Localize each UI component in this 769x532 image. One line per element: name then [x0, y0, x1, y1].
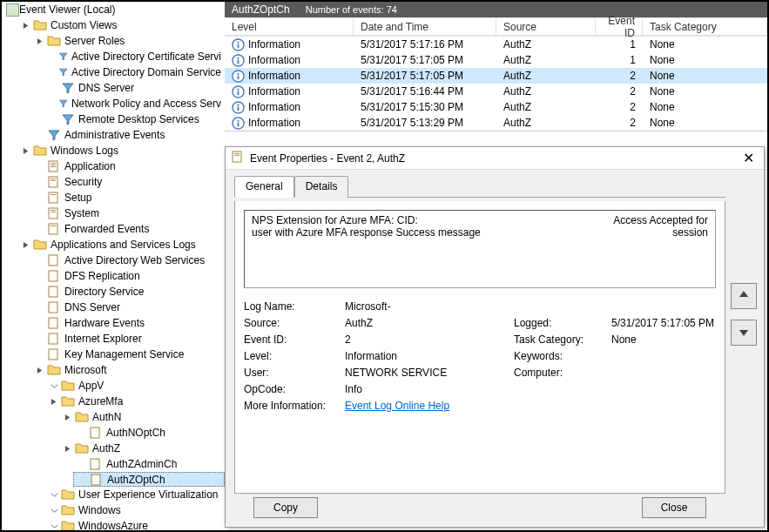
tree-item-microsoft[interactable]: Microsoft [31, 362, 225, 378]
tree-item-dns[interactable]: DNS Server [45, 80, 225, 96]
folder-icon [61, 519, 75, 530]
event-task: None [643, 70, 767, 82]
tree-item-admin-events[interactable]: Administrative Events [31, 127, 225, 143]
info-icon [232, 70, 245, 83]
event-column-header[interactable]: Level Date and Time Source Event ID Task… [225, 17, 767, 37]
collapse-toggle-icon[interactable] [49, 380, 59, 391]
svg-rect-32 [238, 72, 239, 74]
tree-label: Windows Logs [51, 145, 118, 157]
tree-item-windows-logs[interactable]: Windows Logs [17, 143, 225, 158]
tree-item-appv[interactable]: AppV [45, 378, 225, 394]
info-icon [232, 54, 245, 67]
tree-item-forwarded[interactable]: Forwarded Events [31, 221, 225, 237]
copy-button-label: Copy [273, 502, 298, 514]
tree-label: AppV [78, 380, 104, 392]
tree-item-authnopt[interactable]: AuthNOptCh [73, 425, 225, 441]
event-task: None [643, 54, 767, 66]
column-date[interactable]: Date and Time [354, 17, 496, 36]
event-date: 5/31/2017 5:15:30 PM [354, 101, 496, 113]
tree-item-winazure[interactable]: WindowsAzure [45, 518, 225, 530]
tree-item-azuremfa[interactable]: AzureMfa [45, 394, 225, 409]
expand-toggle-icon[interactable] [49, 396, 59, 407]
tree-item-custom-views[interactable]: Custom Views [17, 17, 225, 33]
event-list[interactable]: Level Date and Time Source Event ID Task… [225, 17, 767, 131]
event-source: AuthZ [496, 54, 596, 66]
tree-item-app-services-logs[interactable]: Applications and Services Logs [17, 237, 225, 253]
column-source[interactable]: Source [496, 17, 596, 36]
tree-label: AuthZ [92, 442, 120, 455]
expand-toggle-icon[interactable] [35, 365, 45, 375]
expand-toggle-icon[interactable] [21, 20, 31, 30]
event-task: None [643, 117, 767, 129]
arrow-up-icon [738, 289, 750, 304]
prev-event-button[interactable] [731, 283, 757, 309]
log-icon [47, 253, 61, 267]
tree-item-authz[interactable]: AuthZ [59, 441, 225, 456]
tab-general[interactable]: General [234, 176, 294, 198]
tree-label: Remote Desktop Services [78, 113, 199, 125]
event-date: 5/31/2017 5:13:29 PM [354, 117, 496, 129]
expand-toggle-icon[interactable] [21, 239, 31, 250]
event-row[interactable]: Information5/31/2017 5:17:05 PMAuthZ2Non… [225, 68, 767, 84]
tree-item-server-roles[interactable]: Server Roles [31, 33, 225, 49]
tree-label: Setup [64, 192, 91, 204]
tree-item-authzadmin[interactable]: AuthZAdminCh [73, 456, 225, 472]
event-viewer-tree[interactable]: Event Viewer (Local) Custom Views [2, 2, 225, 530]
column-level[interactable]: Level [225, 17, 354, 36]
column-eventid[interactable]: Event ID [596, 17, 643, 36]
tree-item-application[interactable]: Application [31, 158, 225, 174]
svg-rect-43 [234, 153, 239, 154]
tree-item-dfs[interactable]: DFS Replication [31, 268, 225, 284]
log-icon [47, 300, 61, 314]
tree-item-dirsvc[interactable]: Directory Service [31, 284, 225, 300]
expand-toggle-icon[interactable] [21, 145, 31, 156]
tree-item-authzopt[interactable]: AuthZOptCh [73, 472, 225, 487]
filter-icon [58, 97, 68, 111]
event-log-help-link[interactable]: Event Log Online Help [345, 400, 449, 412]
svg-rect-19 [49, 333, 57, 344]
event-level: Information [248, 70, 300, 82]
close-icon[interactable]: ✕ [738, 150, 759, 166]
event-date: 5/31/2017 5:17:05 PM [354, 70, 496, 82]
svg-rect-41 [238, 119, 239, 121]
collapse-toggle-icon[interactable] [49, 489, 59, 500]
tree-item-dns2[interactable]: DNS Server [31, 300, 225, 315]
expand-toggle-icon[interactable] [63, 443, 73, 454]
tree-item-windows[interactable]: Windows [45, 502, 225, 518]
tree-item-ie[interactable]: Internet Explorer [31, 331, 225, 347]
event-row[interactable]: Information5/31/2017 5:17:16 PMAuthZ1Non… [225, 37, 767, 52]
event-row[interactable]: Information5/31/2017 5:15:30 PMAuthZ2Non… [225, 99, 767, 115]
folder-icon [61, 394, 75, 408]
folder-icon [61, 379, 75, 393]
copy-button[interactable]: Copy [253, 497, 318, 518]
tree-root[interactable]: Event Viewer (Local) [3, 2, 225, 17]
tree-item-adcs[interactable]: Active Directory Certificate Servi [45, 49, 225, 64]
tree-item-setup[interactable]: Setup [31, 190, 225, 205]
column-task[interactable]: Task Category [643, 17, 767, 36]
tree-item-adws[interactable]: Active Directory Web Services [31, 253, 225, 268]
log-icon [90, 473, 104, 487]
collapse-toggle-icon[interactable] [49, 521, 59, 530]
expand-toggle-icon[interactable] [63, 412, 73, 422]
tree-label: DFS Replication [64, 270, 140, 282]
tree-item-adds[interactable]: Active Directory Domain Service [45, 64, 225, 80]
event-source: AuthZ [496, 101, 596, 113]
access-accepted-label: Access Accepted for session [613, 214, 708, 239]
svg-rect-38 [238, 104, 239, 105]
event-row[interactable]: Information5/31/2017 5:16:44 PMAuthZ2Non… [225, 84, 767, 99]
tree-item-hw[interactable]: Hardware Events [31, 315, 225, 331]
close-button[interactable]: Close [642, 497, 706, 518]
tree-item-rds[interactable]: Remote Desktop Services [45, 111, 225, 127]
tree-item-nps[interactable]: Network Policy and Access Serv [45, 96, 225, 111]
collapse-toggle-icon[interactable] [49, 505, 59, 515]
tab-details[interactable]: Details [294, 176, 349, 198]
tree-item-security[interactable]: Security [31, 174, 225, 190]
tree-item-system[interactable]: System [31, 205, 225, 221]
tree-item-authn[interactable]: AuthN [59, 409, 225, 425]
expand-toggle-icon[interactable] [35, 36, 45, 46]
event-row[interactable]: Information5/31/2017 5:13:29 PMAuthZ2Non… [225, 115, 767, 131]
next-event-button[interactable] [731, 320, 757, 346]
tree-item-kms[interactable]: Key Management Service [31, 347, 225, 362]
tree-item-uev[interactable]: User Experience Virtualization [45, 487, 225, 502]
event-row[interactable]: Information5/31/2017 5:17:05 PMAuthZ1Non… [225, 52, 767, 68]
